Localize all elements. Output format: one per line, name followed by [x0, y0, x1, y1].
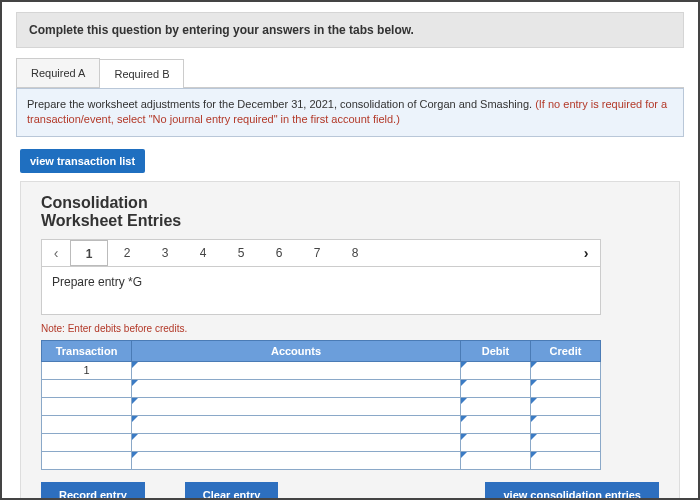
record-entry-button[interactable]: Record entry: [41, 482, 145, 500]
worksheet-title: Consolidation Worksheet Entries: [41, 194, 659, 231]
cell-account[interactable]: [132, 451, 461, 469]
app-frame: { "instruction": "Complete this question…: [0, 0, 700, 500]
cell-debit[interactable]: [461, 379, 531, 397]
cell-debit[interactable]: [461, 433, 531, 451]
cell-credit[interactable]: [531, 433, 601, 451]
tab-required-b[interactable]: Required B: [99, 59, 184, 88]
pager-page-8[interactable]: 8: [336, 246, 374, 260]
cell-credit[interactable]: [531, 379, 601, 397]
button-row: Record entry Clear entry view consolidat…: [41, 482, 659, 500]
pager-page-2[interactable]: 2: [108, 246, 146, 260]
table-row: [42, 415, 601, 433]
view-consolidation-entries-button[interactable]: view consolidation entries: [485, 482, 659, 500]
table-row: [42, 379, 601, 397]
table-row: 1: [42, 361, 601, 379]
cell-account[interactable]: [132, 379, 461, 397]
cell-credit[interactable]: [531, 451, 601, 469]
prompt-text: Prepare the worksheet adjustments for th…: [27, 98, 535, 110]
cell-transaction: 1: [42, 361, 132, 379]
cell-credit[interactable]: [531, 397, 601, 415]
cell-transaction: [42, 415, 132, 433]
table-row: [42, 451, 601, 469]
cell-debit[interactable]: [461, 451, 531, 469]
worksheet-title-line2: Worksheet Entries: [41, 212, 659, 230]
worksheet-panel: Consolidation Worksheet Entries ‹ 1 2 3 …: [20, 181, 680, 500]
col-header-transaction: Transaction: [42, 340, 132, 361]
journal-entry-body: 1: [42, 361, 601, 469]
journal-entry-table: Transaction Accounts Debit Credit 1: [41, 340, 601, 470]
pager-page-1[interactable]: 1: [70, 240, 108, 266]
tab-required-a[interactable]: Required A: [16, 58, 100, 87]
cell-account[interactable]: [132, 397, 461, 415]
cell-transaction: [42, 451, 132, 469]
col-header-accounts: Accounts: [132, 340, 461, 361]
instruction-bar: Complete this question by entering your …: [16, 12, 684, 48]
cell-transaction: [42, 433, 132, 451]
pager-page-7[interactable]: 7: [298, 246, 336, 260]
prompt-box: Prepare the worksheet adjustments for th…: [16, 88, 684, 137]
cell-account[interactable]: [132, 415, 461, 433]
cell-credit[interactable]: [531, 361, 601, 379]
entry-description: Prepare entry *G: [41, 267, 601, 315]
cell-account[interactable]: [132, 361, 461, 379]
worksheet-title-line1: Consolidation: [41, 194, 659, 212]
instruction-text: Complete this question by entering your …: [29, 23, 414, 37]
cell-debit[interactable]: [461, 415, 531, 433]
cell-debit[interactable]: [461, 397, 531, 415]
pager-page-4[interactable]: 4: [184, 246, 222, 260]
view-transaction-list-button[interactable]: view transaction list: [20, 149, 145, 173]
pager-page-3[interactable]: 3: [146, 246, 184, 260]
pager-page-5[interactable]: 5: [222, 246, 260, 260]
pager-page-6[interactable]: 6: [260, 246, 298, 260]
col-header-debit: Debit: [461, 340, 531, 361]
note-text: Note: Enter debits before credits.: [41, 323, 659, 334]
tabs-row: Required A Required B: [16, 58, 684, 88]
cell-credit[interactable]: [531, 415, 601, 433]
pager-next[interactable]: ›: [572, 245, 600, 261]
cell-transaction: [42, 379, 132, 397]
col-header-credit: Credit: [531, 340, 601, 361]
entry-description-text: Prepare entry *G: [52, 275, 142, 289]
cell-debit[interactable]: [461, 361, 531, 379]
cell-account[interactable]: [132, 433, 461, 451]
table-row: [42, 433, 601, 451]
table-row: [42, 397, 601, 415]
pager-prev[interactable]: ‹: [42, 245, 70, 261]
clear-entry-button[interactable]: Clear entry: [185, 482, 278, 500]
cell-transaction: [42, 397, 132, 415]
pager: ‹ 1 2 3 4 5 6 7 8 ›: [41, 239, 601, 267]
